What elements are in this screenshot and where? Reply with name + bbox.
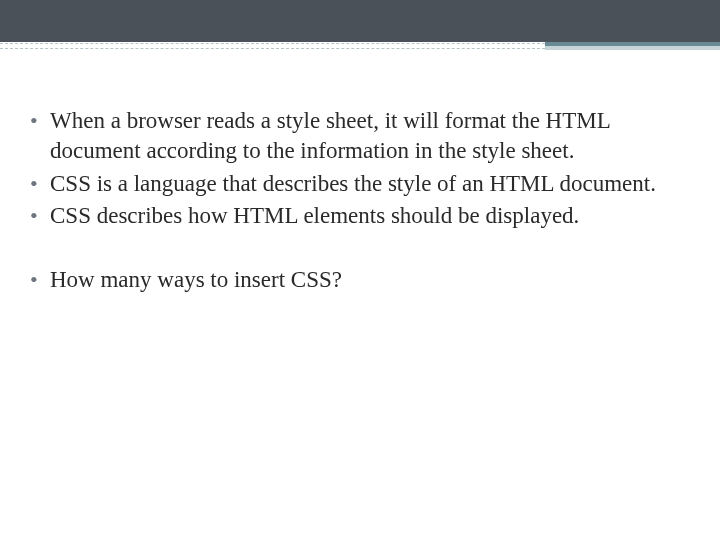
list-item: How many ways to insert CSS? bbox=[28, 265, 692, 295]
list-spacer bbox=[28, 233, 692, 263]
list-item: CSS describes how HTML elements should b… bbox=[28, 201, 692, 231]
accent-dashes bbox=[0, 43, 545, 49]
slide-header-band bbox=[0, 0, 720, 42]
accent-solid bbox=[545, 42, 720, 50]
bullet-list: When a browser reads a style sheet, it w… bbox=[28, 106, 692, 296]
slide-content: When a browser reads a style sheet, it w… bbox=[0, 50, 720, 296]
slide-accent-row bbox=[0, 42, 720, 50]
list-item: CSS is a language that describes the sty… bbox=[28, 169, 692, 199]
list-item: When a browser reads a style sheet, it w… bbox=[28, 106, 692, 167]
